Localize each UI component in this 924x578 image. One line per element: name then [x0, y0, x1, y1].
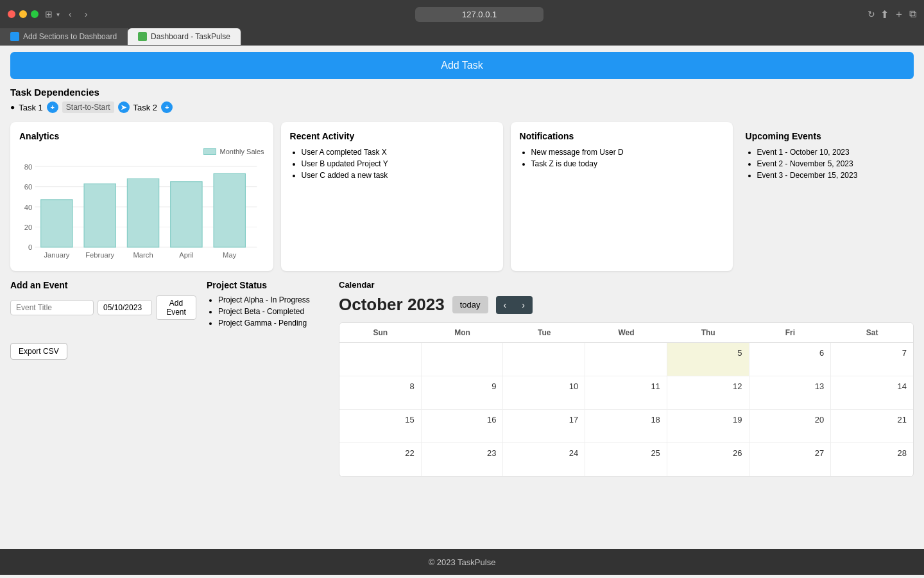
cal-cell-17[interactable]: 17: [503, 410, 585, 443]
calendar-week-1: 5 6 7: [339, 343, 913, 376]
svg-text:0: 0: [28, 243, 32, 251]
add-event-title: Add an Event: [10, 280, 196, 290]
prev-month-button[interactable]: ‹: [496, 296, 515, 314]
cal-cell-6[interactable]: 6: [749, 343, 832, 376]
cal-cell-8[interactable]: 8: [339, 376, 422, 410]
cal-cell-18[interactable]: 18: [585, 410, 667, 443]
notifications-panel: Notifications New message from User D Ta…: [511, 122, 733, 271]
cal-cell-20[interactable]: 20: [749, 410, 832, 443]
chart-legend: Monthly Sales: [19, 148, 264, 155]
back-button[interactable]: ‹: [65, 8, 76, 21]
dependency-row: ● Task 1 + Start-to-Start ➤ Task 2 +: [10, 101, 914, 113]
tab-add-sections[interactable]: Add Sections to Dashboard: [0, 28, 128, 45]
project-status-section: Project Status Project Alpha - In Progre…: [207, 280, 329, 330]
event-title-input[interactable]: [10, 300, 94, 315]
cal-cell-12[interactable]: 12: [667, 376, 749, 410]
recent-activity-title: Recent Activity: [290, 131, 494, 141]
notification-item-2: Task Z is due today: [531, 159, 724, 168]
tab-label-1: Add Sections to Dashboard: [23, 32, 117, 41]
add-dep-badge-2[interactable]: +: [161, 101, 173, 113]
task1-text: Task 1: [19, 103, 43, 112]
today-button[interactable]: today: [452, 296, 488, 313]
activity-item-1: User A completed Task X: [302, 148, 494, 157]
bar-may: [214, 173, 245, 247]
legend-label: Monthly Sales: [220, 148, 264, 155]
add-event-button[interactable]: Add Event: [156, 295, 196, 320]
day-header-thu: Thu: [667, 323, 749, 343]
cal-cell-19[interactable]: 19: [667, 410, 749, 443]
cal-cell-15[interactable]: 15: [339, 410, 422, 443]
activity-item-3: User C added a new task: [302, 171, 494, 180]
tab-dashboard[interactable]: Dashboard - TaskPulse: [128, 28, 241, 45]
event-date-input[interactable]: [98, 300, 152, 315]
bar-january: [41, 200, 73, 247]
event-item-3: Event 3 - December 15, 2023: [757, 171, 909, 180]
new-tab-icon[interactable]: ＋: [894, 8, 904, 21]
minimize-btn[interactable]: [19, 10, 27, 18]
cal-cell-10[interactable]: 10: [503, 376, 585, 410]
svg-text:60: 60: [24, 183, 32, 191]
cal-cell-21[interactable]: 21: [831, 410, 913, 443]
calendar-section: Calendar October 2023 today ‹ › Sun Mon …: [339, 280, 914, 477]
event-item-2: Event 2 - November 5, 2023: [757, 159, 909, 168]
calendar-grid: Sun Mon Tue Wed Thu Fri Sat 5 6 7: [339, 322, 914, 477]
svg-text:80: 80: [24, 163, 32, 171]
day-header-wed: Wed: [585, 323, 667, 343]
browser-chrome: ⊞ ▾ ‹ › 127.0.0.1 ↻ ⬆ ＋ ⧉: [0, 0, 924, 28]
cal-cell-11[interactable]: 11: [585, 376, 667, 410]
windows-icon[interactable]: ⧉: [909, 8, 916, 20]
cal-cell-9[interactable]: 9: [422, 376, 504, 410]
calendar-month-year: October 2023: [339, 295, 445, 315]
refresh-icon[interactable]: ↻: [868, 9, 875, 19]
cal-cell-16[interactable]: 16: [422, 410, 504, 443]
svg-text:January: January: [44, 251, 69, 259]
tab-bar: Add Sections to Dashboard Dashboard - Ta…: [0, 28, 924, 46]
cal-cell-26[interactable]: 26: [667, 443, 749, 477]
forward-button[interactable]: ›: [81, 8, 92, 21]
tab-favicon-1: [10, 32, 19, 41]
next-month-button[interactable]: ›: [514, 296, 533, 314]
bar-february: [84, 184, 116, 247]
day-header-sat: Sat: [831, 323, 913, 343]
svg-text:40: 40: [24, 204, 32, 211]
sidebar-toggle-icon[interactable]: ⊞: [45, 9, 53, 19]
tab-favicon-2: [138, 32, 147, 41]
close-btn[interactable]: [8, 10, 15, 18]
dep-arrow-icon: ➤: [118, 101, 130, 113]
cal-cell-28[interactable]: 28: [831, 443, 913, 477]
cal-cell-empty-2: [422, 343, 504, 376]
maximize-btn[interactable]: [31, 10, 38, 18]
share-icon[interactable]: ⬆: [880, 8, 889, 21]
calendar-label: Calendar: [339, 280, 914, 290]
cal-cell-23[interactable]: 23: [422, 443, 504, 477]
footer: © 2023 TaskPulse: [0, 549, 924, 575]
add-dep-badge-1[interactable]: +: [47, 101, 58, 113]
export-csv-button[interactable]: Export CSV: [10, 343, 67, 360]
svg-text:April: April: [179, 251, 193, 259]
cal-cell-22[interactable]: 22: [339, 443, 422, 477]
calendar-week-4: 22 23 24 25 26 27 28: [339, 443, 913, 477]
calendar-header: October 2023 today ‹ ›: [339, 295, 914, 315]
day-header-fri: Fri: [749, 323, 832, 343]
cal-cell-13[interactable]: 13: [749, 376, 832, 410]
notification-item-1: New message from User D: [531, 148, 724, 157]
add-task-button[interactable]: Add Task: [10, 52, 914, 79]
task2-label: Task 2: [133, 103, 158, 112]
cal-cell-empty-4: [585, 343, 667, 376]
cal-cell-27[interactable]: 27: [749, 443, 832, 477]
bottom-row: Add an Event Add Event Export CSV Projec…: [10, 280, 914, 477]
analytics-chart: 80 60 40 20 0: [19, 159, 264, 260]
cal-cell-14[interactable]: 14: [831, 376, 913, 410]
legend-color-box: [203, 148, 216, 155]
project-item-2: Project Beta - Completed: [218, 307, 329, 316]
cal-cell-24[interactable]: 24: [503, 443, 585, 477]
address-bar[interactable]: 127.0.0.1: [415, 7, 543, 22]
task1-label: Task 1: [19, 103, 43, 112]
cal-cell-7[interactable]: 7: [831, 343, 913, 376]
cal-cell-empty-1: [339, 343, 422, 376]
tab-label-2: Dashboard - TaskPulse: [151, 32, 230, 41]
activity-item-2: User B updated Project Y: [302, 159, 494, 168]
cal-cell-5[interactable]: 5: [667, 343, 749, 376]
cal-cell-25[interactable]: 25: [585, 443, 667, 477]
upcoming-events-title: Upcoming Events: [746, 131, 909, 141]
